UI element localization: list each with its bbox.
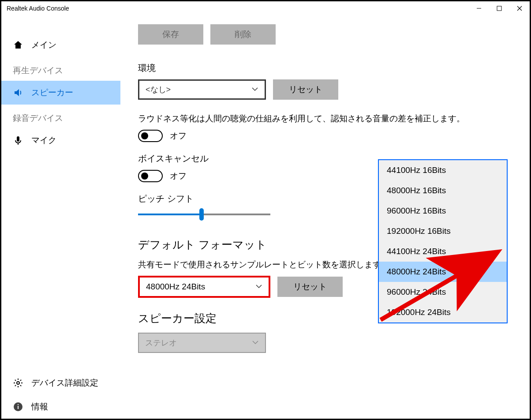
info-icon [13, 401, 23, 412]
format-option[interactable]: 48000Hz 16Bits [379, 180, 507, 201]
sidebar-item-info[interactable]: 情報 [1, 395, 120, 419]
speaker-config-select[interactable]: ステレオ [138, 333, 266, 353]
window-controls [469, 1, 530, 15]
format-reset-button[interactable]: リセット [277, 277, 343, 297]
gear-icon [13, 378, 23, 388]
sidebar-header-playback: 再生デバイス [1, 57, 120, 81]
chevron-down-icon [255, 281, 262, 291]
speaker-icon [13, 87, 23, 98]
titlebar: Realtek Audio Console [1, 1, 530, 15]
window-title: Realtek Audio Console [7, 5, 69, 12]
sidebar: メイン 再生デバイス スピーカー 録音デバイス マイク デバイス詳細設定 [1, 15, 120, 415]
svg-point-6 [17, 382, 19, 384]
sidebar-label-info: 情報 [31, 401, 48, 412]
format-dropdown-popup: 44100Hz 16Bits 48000Hz 16Bits 96000Hz 16… [378, 159, 508, 323]
default-format-selected: 48000Hz 24Bits [146, 282, 205, 292]
sidebar-header-recording: 録音デバイス [1, 105, 120, 128]
home-icon [13, 40, 23, 50]
env-selected: <なし> [146, 84, 171, 95]
speaker-config-selected: ステレオ [145, 338, 177, 348]
format-option[interactable]: 96000Hz 24Bits [379, 282, 507, 302]
sidebar-item-main[interactable]: メイン [1, 33, 120, 57]
content-area: 保存 削除 環境 <なし> リセット ラウドネス等化は人間の聴覚の仕組みを利用し… [120, 15, 530, 415]
loudness-state: オフ [170, 130, 187, 142]
delete-button[interactable]: 削除 [210, 24, 276, 45]
svg-rect-9 [18, 404, 19, 405]
format-option[interactable]: 96000Hz 16Bits [379, 201, 507, 221]
voice-cancel-toggle[interactable] [138, 170, 163, 182]
format-option[interactable]: 192000Hz 16Bits [379, 221, 507, 241]
env-select[interactable]: <なし> [138, 79, 266, 100]
maximize-button[interactable] [489, 1, 509, 15]
svg-rect-8 [18, 406, 19, 409]
sidebar-label-main: メイン [31, 39, 56, 51]
format-option[interactable]: 192000Hz 24Bits [379, 302, 507, 322]
format-option[interactable]: 44100Hz 16Bits [379, 160, 507, 180]
voice-cancel-state: オフ [170, 170, 187, 182]
mic-icon [13, 135, 23, 146]
sidebar-label-mic: マイク [31, 135, 56, 146]
sidebar-item-speaker[interactable]: スピーカー [1, 81, 120, 105]
pitch-slider[interactable] [138, 214, 270, 215]
close-button[interactable] [509, 1, 530, 15]
sidebar-label-speaker: スピーカー [31, 87, 73, 98]
svg-rect-4 [17, 136, 19, 142]
sidebar-item-advanced[interactable]: デバイス詳細設定 [1, 371, 120, 395]
format-option[interactable]: 48000Hz 24Bits [379, 262, 507, 282]
sidebar-item-mic[interactable]: マイク [1, 128, 120, 152]
format-option[interactable]: 44100Hz 24Bits [379, 241, 507, 262]
chevron-down-icon [252, 338, 259, 347]
save-button[interactable]: 保存 [138, 24, 203, 45]
loudness-toggle[interactable] [138, 130, 163, 142]
env-reset-button[interactable]: リセット [273, 79, 338, 100]
sidebar-label-advanced: デバイス詳細設定 [31, 377, 98, 389]
chevron-down-icon [251, 84, 258, 94]
svg-rect-1 [497, 6, 501, 11]
loudness-desc: ラウドネス等化は人間の聴覚の仕組みを利用して、認知される音量の差を補正します。 [138, 113, 516, 124]
default-format-select[interactable]: 48000Hz 24Bits [138, 276, 270, 298]
pitch-slider-thumb[interactable] [199, 208, 204, 221]
env-label: 環境 [138, 62, 516, 74]
minimize-button[interactable] [469, 1, 489, 15]
